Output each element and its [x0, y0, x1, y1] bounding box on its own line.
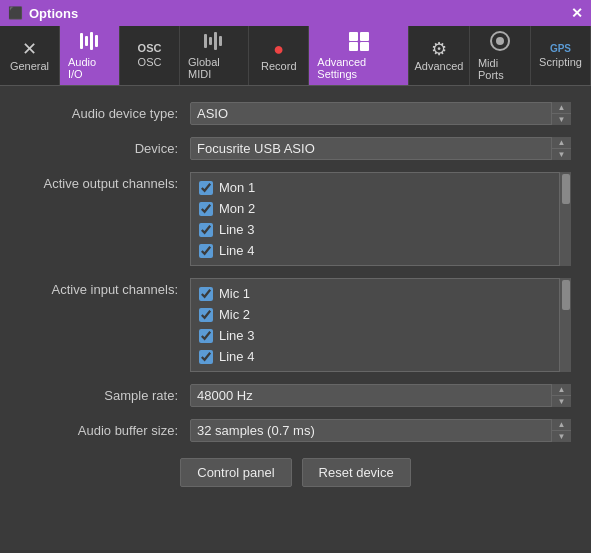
svg-point-13 — [496, 37, 504, 45]
audio-buffer-size-arrows: ▲ ▼ — [551, 419, 571, 442]
title-bar: ⬛ Options ✕ — [0, 0, 591, 26]
audio-buffer-size-select[interactable]: 32 samples (0.7 ms) 64 samples (1.5 ms) … — [190, 419, 571, 442]
output-channels-row: Active output channels: Mon 1 Mon 2 Line… — [20, 172, 571, 266]
output-channel-mon2-checkbox[interactable] — [199, 202, 213, 216]
list-item: Mic 2 — [191, 304, 570, 325]
audio-buffer-size-row: Audio buffer size: 32 samples (0.7 ms) 6… — [20, 419, 571, 442]
tab-global-midi-label: Global MIDI — [188, 56, 240, 80]
tab-midi-ports[interactable]: Midi Ports — [470, 26, 531, 85]
tab-advanced-label: Advanced — [414, 60, 463, 72]
sample-rate-control: 48000 Hz 44100 Hz 96000 Hz ▲ ▼ — [190, 384, 571, 407]
tab-midi-ports-label: Midi Ports — [478, 57, 522, 81]
output-channel-line4-checkbox[interactable] — [199, 244, 213, 258]
tab-osc-label: OSC — [138, 56, 162, 68]
sample-rate-down[interactable]: ▼ — [552, 396, 571, 407]
input-channels-list: Mic 1 Mic 2 Line 3 Line 4 — [190, 278, 571, 372]
record-icon: ● — [273, 40, 284, 58]
svg-rect-6 — [214, 32, 217, 50]
midi-ports-icon — [489, 30, 511, 55]
list-item: Line 3 — [191, 325, 570, 346]
audio-device-type-up[interactable]: ▲ — [552, 102, 571, 114]
tab-general-label: General — [10, 60, 49, 72]
audio-device-type-label: Audio device type: — [20, 102, 190, 121]
audio-buffer-size-select-wrapper: 32 samples (0.7 ms) 64 samples (1.5 ms) … — [190, 419, 571, 442]
svg-rect-9 — [360, 32, 369, 41]
output-channel-mon1-label: Mon 1 — [219, 180, 255, 195]
output-channel-line4-label: Line 4 — [219, 243, 254, 258]
audio-device-type-select-wrapper: ASIO DirectSound WASAPI ▲ ▼ — [190, 102, 571, 125]
audio-device-type-select[interactable]: ASIO DirectSound WASAPI — [190, 102, 571, 125]
tab-scripting[interactable]: GPS Scripting — [531, 26, 591, 85]
tab-audio-io[interactable]: Audio I/O — [60, 26, 120, 85]
sample-rate-label: Sample rate: — [20, 384, 190, 403]
general-icon: ✕ — [22, 40, 37, 58]
input-channel-mic1-label: Mic 1 — [219, 286, 250, 301]
tab-advanced-settings-label: Advanced Settings — [317, 56, 400, 80]
device-row: Device: Focusrite USB ASIO ▲ ▼ — [20, 137, 571, 160]
output-channels-scrollbar[interactable] — [559, 172, 571, 266]
advanced-settings-icon — [348, 31, 370, 54]
svg-rect-11 — [360, 42, 369, 51]
svg-rect-8 — [349, 32, 358, 41]
audio-buffer-size-control: 32 samples (0.7 ms) 64 samples (1.5 ms) … — [190, 419, 571, 442]
svg-rect-0 — [80, 33, 83, 49]
control-panel-button[interactable]: Control panel — [180, 458, 291, 487]
output-channel-mon2-label: Mon 2 — [219, 201, 255, 216]
device-control: Focusrite USB ASIO ▲ ▼ — [190, 137, 571, 160]
tab-advanced-settings[interactable]: Advanced Settings — [309, 26, 409, 85]
input-channel-mic2-label: Mic 2 — [219, 307, 250, 322]
list-item: Mic 1 — [191, 283, 570, 304]
input-channel-line3-checkbox[interactable] — [199, 329, 213, 343]
audio-buffer-size-down[interactable]: ▼ — [552, 431, 571, 442]
sample-rate-row: Sample rate: 48000 Hz 44100 Hz 96000 Hz … — [20, 384, 571, 407]
svg-rect-7 — [219, 36, 222, 46]
device-up[interactable]: ▲ — [552, 137, 571, 149]
close-button[interactable]: ✕ — [571, 5, 583, 21]
sample-rate-arrows: ▲ ▼ — [551, 384, 571, 407]
advanced-icon: ⚙ — [431, 40, 447, 58]
input-channels-scroll-thumb — [562, 280, 570, 310]
tab-global-midi[interactable]: Global MIDI — [180, 26, 249, 85]
svg-rect-2 — [90, 32, 93, 50]
output-channel-mon1-checkbox[interactable] — [199, 181, 213, 195]
input-channel-line3-label: Line 3 — [219, 328, 254, 343]
tab-record-label: Record — [261, 60, 296, 72]
device-down[interactable]: ▼ — [552, 149, 571, 160]
svg-rect-1 — [85, 36, 88, 46]
input-channel-mic1-checkbox[interactable] — [199, 287, 213, 301]
window-title: Options — [29, 6, 78, 21]
device-select[interactable]: Focusrite USB ASIO — [190, 137, 571, 160]
input-channels-scrollbar[interactable] — [559, 278, 571, 372]
output-channels-list: Mon 1 Mon 2 Line 3 Line 4 — [190, 172, 571, 266]
audio-io-icon — [78, 31, 102, 54]
output-channel-line3-checkbox[interactable] — [199, 223, 213, 237]
tab-general[interactable]: ✕ General — [0, 26, 60, 85]
reset-device-button[interactable]: Reset device — [302, 458, 411, 487]
input-channel-line4-label: Line 4 — [219, 349, 254, 364]
tab-scripting-label: Scripting — [539, 56, 582, 68]
input-channel-mic2-checkbox[interactable] — [199, 308, 213, 322]
osc-icon: OSC — [138, 43, 162, 54]
device-label: Device: — [20, 137, 190, 156]
audio-device-type-down[interactable]: ▼ — [552, 114, 571, 125]
svg-rect-5 — [209, 37, 212, 45]
device-select-wrapper: Focusrite USB ASIO ▲ ▼ — [190, 137, 571, 160]
device-arrows: ▲ ▼ — [551, 137, 571, 160]
input-channels-control: Mic 1 Mic 2 Line 3 Line 4 — [190, 278, 571, 372]
sample-rate-select[interactable]: 48000 Hz 44100 Hz 96000 Hz — [190, 384, 571, 407]
input-channels-row: Active input channels: Mic 1 Mic 2 Line … — [20, 278, 571, 372]
list-item: Mon 1 — [191, 177, 570, 198]
audio-device-type-arrows: ▲ ▼ — [551, 102, 571, 125]
audio-buffer-size-label: Audio buffer size: — [20, 419, 190, 438]
button-row: Control panel Reset device — [20, 458, 571, 487]
tab-advanced[interactable]: ⚙ Advanced — [409, 26, 470, 85]
tab-osc[interactable]: OSC OSC — [120, 26, 180, 85]
content-area: Audio device type: ASIO DirectSound WASA… — [0, 86, 591, 503]
tab-record[interactable]: ● Record — [249, 26, 309, 85]
output-channels-label: Active output channels: — [20, 172, 190, 191]
audio-device-type-row: Audio device type: ASIO DirectSound WASA… — [20, 102, 571, 125]
input-channels-label: Active input channels: — [20, 278, 190, 297]
audio-buffer-size-up[interactable]: ▲ — [552, 419, 571, 431]
sample-rate-up[interactable]: ▲ — [552, 384, 571, 396]
input-channel-line4-checkbox[interactable] — [199, 350, 213, 364]
